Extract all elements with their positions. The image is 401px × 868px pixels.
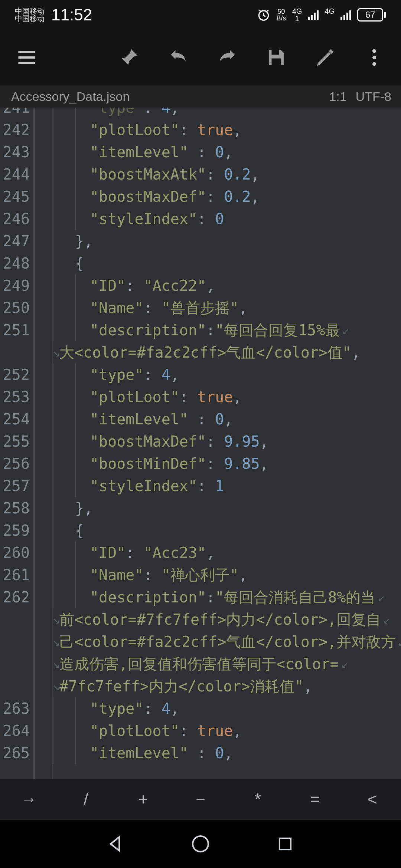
symbol-lt[interactable]: <	[344, 790, 401, 809]
status-right: 50 B/s 4G 1 4G . 67	[257, 7, 386, 22]
svg-point-4	[372, 56, 376, 59]
code-line[interactable]: {	[53, 519, 401, 542]
line-number	[0, 341, 33, 364]
svg-point-6	[193, 836, 208, 852]
filename-label: Accessory_Data.json	[11, 89, 130, 104]
svg-point-3	[372, 49, 376, 53]
line-number: 263	[0, 697, 33, 720]
symbol-minus[interactable]: −	[172, 790, 229, 809]
line-number: 243	[0, 141, 33, 163]
code-line[interactable]: "description":"每回合消耗自己8%的当↙	[53, 586, 401, 608]
code-line[interactable]: "styleIndex": 1	[53, 475, 401, 497]
code-line[interactable]: ↘前<color=#7fc7feff>内力</color>,回复自↙	[53, 608, 401, 631]
line-number: 255	[0, 430, 33, 453]
signal-bars-2	[340, 10, 351, 20]
code-area[interactable]: "type": 4,"plotLoot": true,"itemLevel" :…	[53, 108, 401, 779]
redo-button[interactable]	[214, 44, 241, 71]
carrier-labels: 中国移动 中国移动	[15, 7, 45, 22]
code-line[interactable]: },	[53, 497, 401, 519]
code-line[interactable]: ↘大<color=#fa2c2cff>气血</color>值",	[53, 341, 401, 364]
line-number: 244	[0, 163, 33, 185]
android-nav-bar	[0, 820, 401, 868]
code-line[interactable]: "Name": "禅心利子",	[53, 564, 401, 586]
battery-icon: 67	[357, 8, 386, 22]
code-line[interactable]: "plotLoot": true,	[53, 386, 401, 408]
line-number	[0, 653, 33, 675]
code-line[interactable]: "type": 4,	[53, 697, 401, 720]
code-line[interactable]: "boostMaxDef": 0.2,	[53, 185, 401, 208]
code-line[interactable]: "type": 4,	[53, 364, 401, 386]
line-number: 250	[0, 297, 33, 319]
nav-back-button[interactable]	[102, 831, 129, 857]
code-line[interactable]: "boostMaxAtk": 0.2,	[53, 163, 401, 185]
code-line[interactable]: "ID": "Acc22",	[53, 274, 401, 297]
code-line[interactable]: "Name": "兽首步摇",	[53, 297, 401, 319]
net1-gen: 4G	[292, 7, 302, 15]
symbol-plus[interactable]: +	[115, 790, 172, 809]
code-line[interactable]: "description":"每回合回复15%最↙	[53, 319, 401, 341]
line-number: 242	[0, 119, 33, 141]
signal-bars-1	[308, 10, 319, 20]
symbol-slash[interactable]: /	[57, 790, 114, 809]
line-number: 261	[0, 564, 33, 586]
code-line[interactable]: ↘造成伤害,回复值和伤害值等同于<color=↙	[53, 653, 401, 675]
line-number	[0, 608, 33, 631]
carrier-1: 中国移动	[15, 7, 45, 15]
net1-sub: 1	[295, 15, 299, 22]
line-number: 246	[0, 208, 33, 230]
svg-rect-2	[272, 59, 281, 65]
line-number: 260	[0, 542, 33, 564]
fold-strip	[35, 108, 53, 779]
net-speed-unit: B/s	[277, 15, 286, 22]
app-toolbar	[0, 30, 401, 85]
line-number: 247	[0, 230, 33, 252]
line-number: 256	[0, 453, 33, 475]
overflow-button[interactable]	[361, 44, 388, 71]
code-line[interactable]: "itemLevel" : 0,	[53, 141, 401, 163]
code-line[interactable]: "itemLevel" : 0,	[53, 408, 401, 430]
cursor-position: 1:1	[329, 89, 346, 104]
code-line[interactable]: "boostMinDef": 9.85,	[53, 453, 401, 475]
net-indicator-2: 4G .	[325, 7, 335, 22]
symbol-star[interactable]: *	[229, 790, 286, 809]
line-number: 245	[0, 185, 33, 208]
line-number: 257	[0, 475, 33, 497]
nav-home-button[interactable]	[187, 831, 214, 857]
file-info-bar: Accessory_Data.json 1:1 UTF-8	[0, 85, 401, 108]
code-line[interactable]: ↘己<color=#fa2c2cff>气血</color>,并对敌方↙	[53, 631, 401, 653]
code-line[interactable]: ↘#7fc7feff>内力</color>消耗值",	[53, 675, 401, 697]
symbol-shortcut-row: → / + − * = <	[0, 779, 401, 820]
net-speed: 50 B/s	[277, 8, 286, 22]
line-number: 251	[0, 319, 33, 341]
save-button[interactable]	[263, 44, 290, 71]
line-number: 259	[0, 519, 33, 542]
line-number: 248	[0, 252, 33, 274]
line-number-gutter: 2412422432442452462472482492502512522532…	[0, 108, 35, 779]
net-speed-value: 50	[278, 8, 285, 15]
alarm-icon	[257, 8, 271, 22]
svg-point-5	[372, 62, 376, 66]
code-line[interactable]: "boostMaxDef": 9.95,	[53, 430, 401, 453]
edit-button[interactable]	[312, 44, 339, 71]
pin-button[interactable]	[116, 44, 143, 71]
nav-recent-button[interactable]	[272, 831, 299, 857]
undo-button[interactable]	[165, 44, 192, 71]
code-line[interactable]: },	[53, 230, 401, 252]
code-line[interactable]: "ID": "Acc23",	[53, 542, 401, 564]
svg-rect-7	[280, 838, 291, 849]
line-number: 254	[0, 408, 33, 430]
line-number: 249	[0, 274, 33, 297]
code-editor[interactable]: 2412422432442452462472482492502512522532…	[0, 108, 401, 779]
symbol-equals[interactable]: =	[286, 790, 343, 809]
line-number: 264	[0, 720, 33, 742]
svg-rect-1	[272, 50, 279, 55]
code-line[interactable]: {	[53, 252, 401, 274]
code-line[interactable]: "styleIndex": 0	[53, 208, 401, 230]
carrier-2: 中国移动	[15, 15, 45, 22]
code-line[interactable]: "plotLoot": true,	[53, 720, 401, 742]
code-line[interactable]: "itemLevel" : 0,	[53, 742, 401, 764]
menu-button[interactable]	[13, 44, 40, 71]
code-line[interactable]: "plotLoot": true,	[53, 119, 401, 141]
symbol-tab[interactable]: →	[0, 790, 57, 809]
line-number: 253	[0, 386, 33, 408]
